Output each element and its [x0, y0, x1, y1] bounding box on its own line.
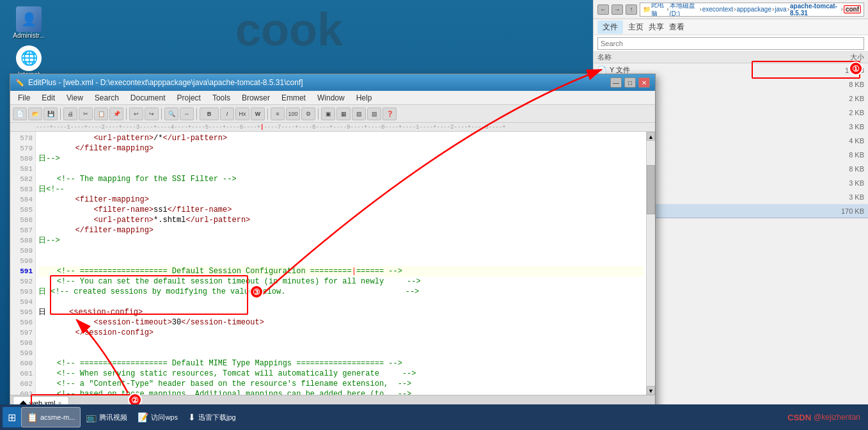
- taskbar-wps[interactable]: 📝 访问wps: [132, 407, 183, 427]
- address-bar[interactable]: 📁 此电脑 › 本地磁盘 (D:) › execontext › apppack…: [640, 3, 864, 17]
- address-execontext[interactable]: execontext: [702, 6, 733, 13]
- menu-browser[interactable]: Browser: [237, 92, 275, 104]
- address-disk[interactable]: 本地磁盘 (D:): [670, 3, 699, 17]
- menu-window[interactable]: Window: [312, 92, 350, 104]
- undo-btn[interactable]: ↩: [129, 107, 143, 120]
- menu-document[interactable]: Document: [125, 92, 171, 104]
- menu-edit[interactable]: Edit: [36, 92, 60, 104]
- fe-tab-home[interactable]: 主页: [628, 22, 643, 33]
- desktop-icon-admin[interactable]: 👤 Administr...: [6, 6, 51, 39]
- taskbar-download[interactable]: ⬇ 迅雷下载jpg: [183, 407, 241, 427]
- code-area[interactable]: <url-pattern>/*</url-pattern> </filter-m…: [36, 132, 646, 395]
- folder-icon: 📁: [643, 6, 651, 13]
- copy-btn[interactable]: 📋: [94, 107, 108, 120]
- fe-tab-view[interactable]: 查看: [669, 22, 684, 33]
- fe-nav-bar: ← → ↑ 📁 此电脑 › 本地磁盘 (D:) › execontext › a…: [594, 0, 868, 19]
- menu-view[interactable]: View: [61, 92, 88, 104]
- menu-file[interactable]: File: [13, 92, 35, 104]
- tool9[interactable]: Hx: [235, 107, 249, 120]
- menu-search[interactable]: Search: [90, 92, 124, 104]
- taskbar-icon-download: ⬇: [188, 412, 196, 422]
- taskbar-label-tencent: 腾讯视频: [99, 413, 127, 422]
- tool15[interactable]: ▦: [336, 107, 351, 120]
- annotation-circle-1: ①: [849, 61, 863, 76]
- menu-emmet[interactable]: Emmet: [276, 92, 311, 104]
- annotation-circle-3: ③: [249, 285, 264, 299]
- menu-tools[interactable]: Tools: [207, 92, 235, 104]
- minimize-button[interactable]: —: [610, 77, 622, 88]
- print-btn[interactable]: 🖨: [63, 107, 77, 120]
- tool16[interactable]: ▧: [352, 107, 366, 120]
- bold-btn[interactable]: B: [200, 107, 219, 120]
- admin-icon: 👤: [16, 6, 42, 32]
- open-btn[interactable]: 📂: [28, 107, 42, 120]
- tool14[interactable]: ▣: [321, 107, 335, 120]
- taskbar-icon-tencent: 📺: [86, 412, 97, 422]
- toolbar-sep6: [318, 108, 319, 120]
- address-apppackage[interactable]: apppackage: [736, 6, 771, 13]
- tool18[interactable]: ❓: [383, 107, 397, 120]
- tool10[interactable]: W: [251, 107, 265, 120]
- scroll-down-btn[interactable]: ▼: [647, 386, 655, 395]
- fe-tab-file[interactable]: 文件: [597, 20, 623, 34]
- fe-up-btn[interactable]: ↑: [626, 4, 637, 15]
- maximize-button[interactable]: □: [624, 77, 636, 88]
- fe-back-btn[interactable]: ←: [597, 4, 609, 15]
- fe-forward-btn[interactable]: →: [612, 4, 623, 15]
- save-btn[interactable]: 💾: [43, 107, 58, 120]
- taskbar-label-adobeacm: acsme-m...: [40, 413, 75, 421]
- editplus-window: ✏️ EditPlus - [web.xml - D:\execontext\a…: [10, 74, 656, 422]
- admin-label: Administr...: [13, 32, 44, 39]
- editplus-ruler: ----+----1----+----2----+----3----+----4…: [10, 123, 655, 132]
- taskbar-tencent[interactable]: 📺 腾讯视频: [81, 407, 132, 427]
- tool11[interactable]: ≡: [271, 107, 285, 120]
- csdn-brand: CSDN: [787, 413, 811, 422]
- italic-btn[interactable]: I: [220, 107, 234, 120]
- editplus-titlebar: ✏️ EditPlus - [web.xml - D:\execontext\a…: [10, 74, 655, 91]
- scrollbar-vertical[interactable]: ▲ ▼: [646, 132, 655, 395]
- scroll-track: [647, 141, 655, 386]
- address-conf[interactable]: conf: [844, 5, 861, 13]
- start-button[interactable]: ⊞: [3, 407, 21, 427]
- menu-project[interactable]: Project: [172, 92, 206, 104]
- line-numbers: 578 579 580 581 582 583 584 585 586 587 …: [10, 132, 36, 395]
- windows-icon: ⊞: [8, 411, 16, 424]
- fe-column-header: 名称 大小: [594, 52, 868, 63]
- csdn-handle: @kejizhentan: [814, 413, 860, 422]
- taskbar-label-download: 迅雷下载jpg: [198, 413, 236, 422]
- paste-btn[interactable]: 📌: [109, 107, 123, 120]
- taskbar-icon-acrobat: 📋: [27, 412, 38, 422]
- fe-search-input[interactable]: [597, 37, 864, 50]
- replace-btn[interactable]: ↔: [180, 107, 194, 120]
- cut-btn[interactable]: ✂: [79, 107, 93, 120]
- taskbar-adobeacm[interactable]: 📋 acsme-m...: [21, 407, 81, 427]
- scroll-up-btn[interactable]: ▲: [647, 132, 655, 141]
- cook-text: cook: [235, 3, 343, 56]
- ie-icon: 🌐: [16, 45, 42, 71]
- editplus-toolbar: 📄 📂 💾 🖨 ✂ 📋 📌 ↩ ↪ 🔍 ↔ B I Hx W ≡ 100 ⚙ ▣: [10, 105, 655, 123]
- address-tomcat[interactable]: apache-tomcat-8.5.31: [790, 3, 840, 17]
- editplus-title: EditPlus - [web.xml - D:\execontext\appp…: [28, 78, 610, 87]
- scroll-thumb[interactable]: [647, 165, 655, 214]
- tool17[interactable]: ▨: [367, 107, 381, 120]
- fe-tab-share[interactable]: 共享: [649, 22, 664, 33]
- toolbar-sep4: [196, 108, 197, 120]
- address-pc[interactable]: 此电脑: [651, 3, 666, 17]
- tool13[interactable]: ⚙: [301, 107, 315, 120]
- menu-help[interactable]: Help: [351, 92, 377, 104]
- new-btn[interactable]: 📄: [13, 107, 27, 120]
- window-controls: — □ ✕: [610, 77, 650, 88]
- editplus-menubar: File Edit View Search Document Project T…: [10, 91, 655, 105]
- code-content: <url-pattern>/*</url-pattern> </filter-m…: [36, 132, 646, 395]
- taskbar-label-wps: 访问wps: [151, 413, 178, 422]
- toolbar-sep3: [161, 108, 162, 120]
- redo-btn[interactable]: ↪: [145, 107, 159, 120]
- fe-search-bar: [594, 35, 868, 52]
- close-button[interactable]: ✕: [638, 77, 650, 88]
- desktop: 👤 Administr... 🌐 InternetExplorer 🖼 图片工厂…: [0, 0, 868, 430]
- tool12[interactable]: 100: [286, 107, 300, 120]
- address-java[interactable]: java: [775, 6, 786, 13]
- fe-ribbon: 文件 主页 共享 查看: [594, 19, 868, 35]
- find-btn[interactable]: 🔍: [164, 107, 178, 120]
- editplus-content: 578 579 580 581 582 583 584 585 586 587 …: [10, 132, 655, 395]
